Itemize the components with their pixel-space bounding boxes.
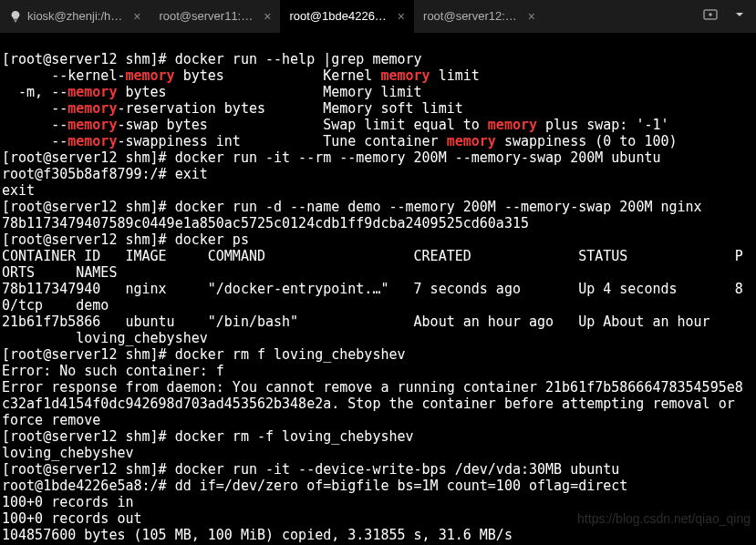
opt-text: limit (430, 67, 480, 84)
tab-bar: kiosk@zhenji:/h… × root@server11:… × roo… (0, 0, 756, 33)
highlight-memory: memory (488, 117, 537, 133)
prompt-line: [root@server12 shm]# (2, 461, 175, 478)
tab-label: root@server11:… (159, 8, 253, 25)
prompt-line: root@f305b8af8799:/# (2, 166, 175, 182)
dropdown-icon[interactable] (734, 7, 745, 26)
opt-text: -- (2, 133, 67, 149)
tab-kiosk[interactable]: kiosk@zhenji:/h… × (0, 0, 150, 33)
table-row: 78b117347940 nginx "/docker-entrypoint.…… (2, 281, 743, 314)
prompt-line: [root@server12 shm]# (2, 231, 175, 248)
command-text: docker run -d --name demo --memory 200M … (175, 199, 702, 215)
tab-label: root@1bde4226… (289, 8, 386, 25)
opt-text: plus swap: '-1' (537, 117, 669, 133)
watermark: https://blog.csdn.net/qiao_qing (577, 510, 751, 527)
tab-server11[interactable]: root@server11:… × (150, 0, 280, 33)
command-text: docker ps (175, 231, 249, 248)
output-text: 100+0 records out (2, 510, 142, 527)
opt-text: bytes Kernel (175, 67, 381, 84)
error-text: Error response from daemon: You cannot r… (2, 379, 743, 428)
opt-text: -swap bytes Swap limit equal to (117, 117, 487, 133)
command-text: exit (175, 166, 208, 182)
highlight-memory: memory (125, 67, 174, 84)
window-controls (692, 7, 756, 26)
command-text: docker rm f loving_chebyshev (175, 346, 406, 363)
command-text: dd if=/dev/zero of=bigfile bs=1M count=1… (175, 478, 628, 494)
output-text: 78b1173479407589c0449e1a850ac5725c0124cd… (2, 215, 529, 231)
prompt-line: [root@server12 shm]# (2, 199, 175, 215)
prompt-line: [root@server12 shm]# (2, 428, 175, 445)
lightbulb-icon (9, 10, 22, 23)
opt-text: -reservation bytes Memory soft limit (117, 100, 462, 117)
highlight-memory: memory (67, 100, 117, 117)
opt-text: swappiness (0 to 100) (496, 133, 678, 149)
terminal-output[interactable]: [root@server12 shm]# docker run --help |… (0, 33, 756, 545)
opt-text: -- (2, 100, 67, 117)
highlight-memory: memory (67, 84, 117, 100)
command-text: docker rm -f loving_chebyshev (175, 428, 414, 445)
close-icon[interactable]: × (264, 8, 271, 25)
command-text: docker run -it --device-write-bps /dev/v… (175, 461, 620, 478)
command-text: docker run --help |grep memory (175, 51, 422, 67)
tab-server12[interactable]: root@server12:… × (414, 0, 544, 33)
prompt-line: [root@server12 shm]# (2, 346, 175, 363)
highlight-memory: memory (67, 117, 117, 133)
tab-label: root@server12:… (423, 8, 517, 25)
opt-text: -- (2, 117, 67, 133)
prompt-line: [root@server12 shm]# (2, 51, 175, 67)
opt-text: bytes Memory limit (117, 84, 421, 100)
output-text: loving_chebyshev (2, 445, 134, 461)
close-icon[interactable]: × (133, 8, 140, 25)
output-text: 100+0 records in (2, 494, 134, 510)
table-header: CONTAINER ID IMAGE COMMAND CREATED STATU… (2, 248, 743, 281)
opt-text: -m, -- (2, 84, 67, 100)
table-row: 21b61f7b5866 ubuntu "/bin/bash" About an… (2, 314, 743, 346)
close-icon[interactable]: × (398, 8, 405, 25)
output-text: 104857600 bytes (105 MB, 100 MiB) copied… (2, 527, 513, 543)
prompt-line: root@1bde4226e5a8:/# (2, 478, 175, 494)
new-tab-icon[interactable] (703, 7, 718, 26)
tab-1bde4226[interactable]: root@1bde4226… × (280, 0, 414, 33)
highlight-memory: memory (67, 133, 117, 149)
error-text: Error: No such container: f (2, 363, 224, 379)
command-text: docker run -it --rm --memory 200M --memo… (175, 149, 661, 166)
prompt-line: [root@server12 shm]# (2, 149, 175, 166)
close-icon[interactable]: × (528, 8, 535, 25)
opt-text: -swappiness int Tune container (117, 133, 446, 149)
tab-label: kiosk@zhenji:/h… (27, 8, 122, 25)
highlight-memory: memory (380, 67, 430, 84)
highlight-memory: memory (447, 133, 496, 149)
opt-text: --kernel- (2, 67, 125, 84)
output-text: exit (2, 182, 35, 199)
